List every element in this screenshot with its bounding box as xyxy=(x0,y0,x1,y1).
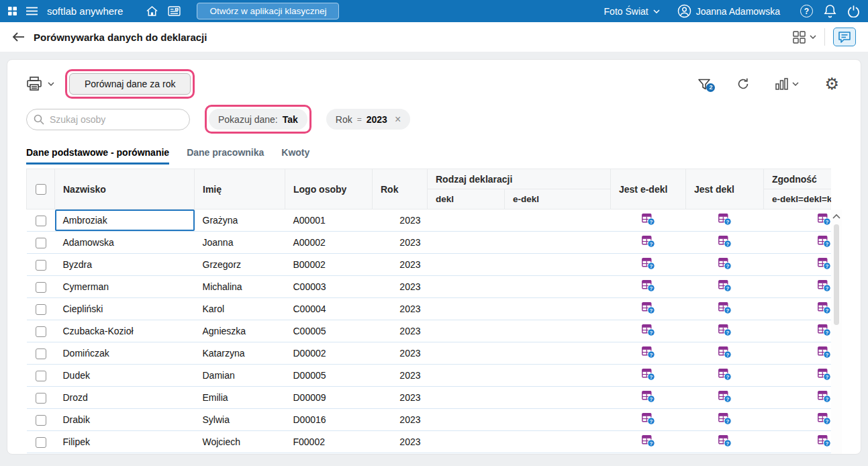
declaration-status-icon[interactable]: ? xyxy=(718,324,732,336)
cell-imie[interactable]: Damian xyxy=(195,365,285,387)
search-input[interactable] xyxy=(26,109,190,130)
cell-e-dekl[interactable] xyxy=(505,387,611,409)
cell-rok[interactable]: 2023 xyxy=(373,320,428,342)
declaration-status-icon[interactable]: ? xyxy=(818,302,831,314)
cell-dekl[interactable] xyxy=(428,387,505,409)
chip-close-icon[interactable]: × xyxy=(395,113,401,126)
cell-nazwisko[interactable]: Byzdra xyxy=(55,254,195,276)
table-row[interactable]: Dudek Damian D00005 2023 ? ? ? xyxy=(27,365,832,387)
cell-rok[interactable]: 2023 xyxy=(373,387,428,409)
cell-dekl[interactable] xyxy=(428,409,505,431)
cell-e-dekl[interactable] xyxy=(505,320,611,342)
home-icon[interactable] xyxy=(146,5,158,17)
cell-logo-osoby[interactable]: B00002 xyxy=(285,254,373,276)
cell-logo-osoby[interactable]: D00016 xyxy=(285,409,373,431)
header-logo-osoby[interactable]: Logo osoby xyxy=(285,169,373,209)
declaration-status-icon[interactable]: ? xyxy=(818,214,831,226)
declaration-status-icon[interactable]: ? xyxy=(818,324,831,336)
cell-e-dekl[interactable] xyxy=(505,365,611,387)
cell-rok[interactable] xyxy=(373,453,428,455)
cell-e-dekl[interactable] xyxy=(505,254,611,276)
header-rok[interactable]: Rok xyxy=(373,169,428,209)
cell-imie[interactable]: Grzegorz xyxy=(195,254,285,276)
cell-e-dekl[interactable] xyxy=(505,431,611,453)
cell-imie[interactable]: Sylwia xyxy=(195,409,285,431)
cell-dekl[interactable] xyxy=(428,342,505,365)
cell-logo-osoby[interactable]: D00002 xyxy=(285,342,373,365)
declaration-status-icon[interactable]: ? xyxy=(818,346,831,359)
cell-logo-osoby[interactable]: F00002 xyxy=(285,431,373,453)
declaration-status-icon[interactable]: ? xyxy=(642,346,655,359)
open-classic-app-button[interactable]: Otwórz w aplikacji klasycznej xyxy=(197,3,339,19)
cell-dekl[interactable] xyxy=(428,320,505,342)
table-row[interactable]: Ambroziak Grażyna A00001 2023 ? ? ? xyxy=(27,209,832,232)
cell-rok[interactable]: 2023 xyxy=(373,232,428,254)
row-checkbox[interactable] xyxy=(36,393,46,404)
declaration-status-icon[interactable]: ? xyxy=(818,280,831,292)
declaration-status-icon[interactable]: ? xyxy=(642,280,655,292)
table-row[interactable]: ? ? ? xyxy=(27,453,832,455)
cell-logo-osoby[interactable]: A00001 xyxy=(285,209,373,232)
row-checkbox[interactable] xyxy=(36,238,46,248)
notifications-button[interactable] xyxy=(824,4,836,18)
declaration-status-icon[interactable]: ? xyxy=(718,346,732,359)
table-row[interactable]: Byzdra Grzegorz B00002 2023 ? ? ? xyxy=(27,254,832,276)
declaration-status-icon[interactable]: ? xyxy=(818,369,831,381)
declaration-status-icon[interactable]: ? xyxy=(718,413,732,425)
cell-e-dekl[interactable] xyxy=(505,453,611,455)
cell-dekl[interactable] xyxy=(428,298,505,320)
header-dekl[interactable]: dekl xyxy=(428,189,505,209)
cell-nazwisko[interactable]: Domińczak xyxy=(55,342,195,365)
news-icon[interactable] xyxy=(168,6,181,16)
table-row[interactable]: Czubacka-Kozioł Agnieszka C00005 2023 ? … xyxy=(27,320,832,342)
scroll-up-icon[interactable] xyxy=(831,211,842,222)
cell-logo-osoby[interactable] xyxy=(285,453,373,455)
chat-button[interactable] xyxy=(833,28,856,46)
declaration-status-icon[interactable]: ? xyxy=(818,258,831,270)
row-checkbox[interactable] xyxy=(36,437,46,448)
row-checkbox[interactable] xyxy=(36,348,46,359)
cell-nazwisko[interactable]: Filipek xyxy=(55,431,195,453)
cell-e-dekl[interactable] xyxy=(505,276,611,298)
cell-e-dekl[interactable] xyxy=(505,298,611,320)
user-menu[interactable]: Joanna Adamowska xyxy=(677,4,780,18)
cell-imie[interactable]: Michalina xyxy=(195,276,285,298)
declaration-status-icon[interactable]: ? xyxy=(718,236,732,248)
row-checkbox[interactable] xyxy=(36,260,46,271)
select-all-checkbox[interactable] xyxy=(36,184,46,195)
cell-logo-osoby[interactable]: C00005 xyxy=(285,320,373,342)
declaration-status-icon[interactable]: ? xyxy=(642,302,655,314)
cell-nazwisko[interactable]: Czubacka-Kozioł xyxy=(55,320,195,342)
filter-chip-show-data[interactable]: Pokazuj dane: Tak xyxy=(209,109,307,130)
cell-rok[interactable]: 2023 xyxy=(373,342,428,365)
print-menu[interactable] xyxy=(26,77,54,91)
cell-imie[interactable] xyxy=(195,453,285,455)
settings-gear-icon[interactable]: ⚙ xyxy=(824,76,839,92)
header-zgodnosc[interactable]: Zgodność xyxy=(764,169,831,189)
cell-rok[interactable]: 2023 xyxy=(373,209,428,232)
cell-nazwisko[interactable]: Ciepliński xyxy=(55,298,195,320)
cell-imie[interactable]: Wojciech xyxy=(195,431,285,453)
cell-nazwisko[interactable]: Drabik xyxy=(55,409,195,431)
cell-imie[interactable]: Grażyna xyxy=(195,209,285,232)
compare-data-button[interactable]: Porównaj dane za rok xyxy=(69,73,191,95)
refresh-button[interactable] xyxy=(736,77,750,91)
declaration-status-icon[interactable]: ? xyxy=(642,324,655,336)
help-button[interactable]: ? xyxy=(800,5,813,17)
cell-rok[interactable]: 2023 xyxy=(373,431,428,453)
declaration-status-icon[interactable]: ? xyxy=(818,435,831,447)
row-checkbox[interactable] xyxy=(36,216,46,226)
layout-switcher[interactable] xyxy=(793,31,816,44)
cell-rok[interactable]: 2023 xyxy=(373,298,428,320)
table-row[interactable]: Drabik Sylwia D00016 2023 ? ? ? xyxy=(27,409,832,431)
cell-logo-osoby[interactable]: A00002 xyxy=(285,232,373,254)
declaration-status-icon[interactable]: ? xyxy=(818,413,831,425)
declaration-status-icon[interactable]: ? xyxy=(718,280,732,292)
table-row[interactable]: Cymerman Michalina C00003 2023 ? ? ? xyxy=(27,276,832,298)
cell-imie[interactable]: Karol xyxy=(195,298,285,320)
cell-dekl[interactable] xyxy=(428,276,505,298)
cell-nazwisko[interactable] xyxy=(55,453,195,455)
row-checkbox[interactable] xyxy=(36,326,46,337)
table-row[interactable]: Domińczak Katarzyna D00002 2023 ? ? ? xyxy=(27,342,832,365)
header-zgodnosc-sub[interactable]: e-dekl=dekl=ka xyxy=(764,189,831,209)
